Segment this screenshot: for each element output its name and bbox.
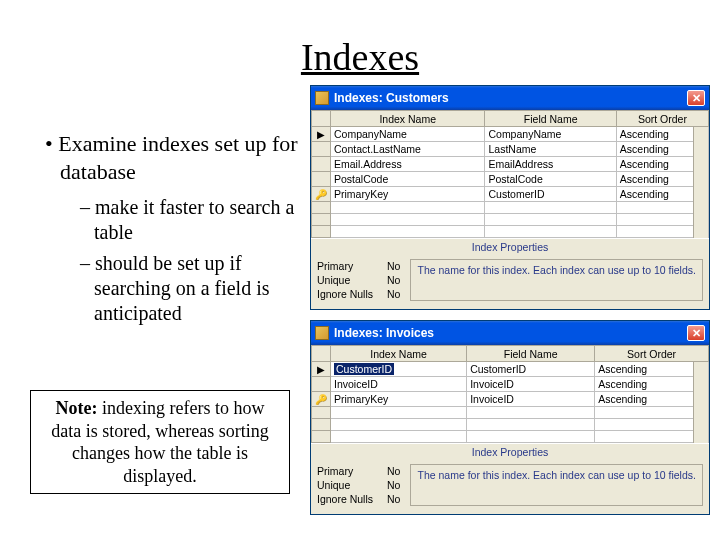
bullet-main: Examine indexes set up for database: [60, 130, 310, 185]
cell-field-name[interactable]: LastName: [485, 142, 616, 157]
vertical-scrollbar[interactable]: [693, 127, 708, 238]
table-row[interactable]: [312, 202, 709, 214]
table-row[interactable]: 🔑PrimaryKeyInvoiceIDAscending: [312, 392, 709, 407]
table-row[interactable]: [312, 226, 709, 238]
help-text: The name for this index. Each index can …: [410, 259, 703, 301]
prop-value[interactable]: No: [387, 274, 400, 286]
cell-index-name[interactable]: PostalCode: [331, 172, 485, 187]
close-icon: ✕: [692, 328, 701, 339]
property-row[interactable]: UniqueNo: [317, 273, 400, 287]
table-row[interactable]: Contact.LastNameLastNameAscending: [312, 142, 709, 157]
close-button[interactable]: ✕: [687, 90, 705, 106]
indexes-invoices-dialog: Indexes: Invoices ✕ Index Name Field Nam…: [310, 320, 710, 515]
row-marker: [312, 142, 331, 157]
prop-value[interactable]: No: [387, 288, 400, 300]
index-grid[interactable]: Index Name Field Name Sort Order ▶Custom…: [311, 345, 709, 443]
row-marker: [312, 157, 331, 172]
col-sort-order[interactable]: Sort Order: [595, 346, 709, 362]
prop-label: Primary: [317, 259, 387, 273]
table-row[interactable]: [312, 407, 709, 419]
col-index-name[interactable]: Index Name: [331, 111, 485, 127]
bullet-sub-2: should be set up if searching on a field…: [80, 251, 310, 326]
row-marker: [312, 172, 331, 187]
titlebar[interactable]: Indexes: Invoices ✕: [311, 321, 709, 345]
cell-field-name[interactable]: CustomerID: [467, 362, 595, 377]
table-row[interactable]: [312, 419, 709, 431]
index-grid[interactable]: Index Name Field Name Sort Order ▶Compan…: [311, 110, 709, 238]
table-row[interactable]: PostalCodePostalCodeAscending: [312, 172, 709, 187]
close-button[interactable]: ✕: [687, 325, 705, 341]
row-marker: [312, 377, 331, 392]
table-row[interactable]: [312, 214, 709, 226]
app-icon: [315, 91, 329, 105]
cell-sort-order[interactable]: Ascending: [595, 362, 709, 377]
bullet-sub-1: make it faster to search a table: [80, 195, 310, 245]
index-properties-label: Index Properties: [311, 238, 709, 255]
row-marker: ▶: [312, 362, 331, 377]
cell-index-name[interactable]: Contact.LastName: [331, 142, 485, 157]
col-field-name[interactable]: Field Name: [467, 346, 595, 362]
index-properties-label: Index Properties: [311, 443, 709, 460]
prop-label: Unique: [317, 273, 387, 287]
prop-value[interactable]: No: [387, 479, 400, 491]
row-marker: ▶: [312, 127, 331, 142]
help-text: The name for this index. Each index can …: [410, 464, 703, 506]
col-field-name[interactable]: Field Name: [485, 111, 616, 127]
table-row[interactable]: ▶CustomerIDCustomerIDAscending: [312, 362, 709, 377]
cell-index-name[interactable]: Email.Address: [331, 157, 485, 172]
cell-index-name[interactable]: InvoiceID: [331, 377, 467, 392]
index-properties-panel: PrimaryNo UniqueNo Ignore NullsNo The na…: [311, 255, 709, 305]
prop-label: Ignore Nulls: [317, 492, 387, 506]
cell-index-name[interactable]: PrimaryKey: [331, 187, 485, 202]
close-icon: ✕: [692, 93, 701, 104]
cell-field-name[interactable]: PostalCode: [485, 172, 616, 187]
prop-value[interactable]: No: [387, 493, 400, 505]
index-properties-panel: PrimaryNo UniqueNo Ignore NullsNo The na…: [311, 460, 709, 510]
note-label: Note:: [56, 398, 98, 418]
cell-sort-order[interactable]: Ascending: [595, 377, 709, 392]
property-row[interactable]: Ignore NullsNo: [317, 287, 400, 301]
content-body: Examine indexes set up for database make…: [30, 130, 310, 332]
cell-field-name[interactable]: CustomerID: [485, 187, 616, 202]
cell-index-name[interactable]: PrimaryKey: [331, 392, 467, 407]
indexes-customers-dialog: Indexes: Customers ✕ Index Name Field Na…: [310, 85, 710, 310]
app-icon: [315, 326, 329, 340]
table-row[interactable]: 🔑PrimaryKeyCustomerIDAscending: [312, 187, 709, 202]
col-index-name[interactable]: Index Name: [331, 346, 467, 362]
property-row[interactable]: Ignore NullsNo: [317, 492, 400, 506]
col-sort-order[interactable]: Sort Order: [616, 111, 708, 127]
cell-field-name[interactable]: InvoiceID: [467, 377, 595, 392]
property-row[interactable]: UniqueNo: [317, 478, 400, 492]
prop-label: Primary: [317, 464, 387, 478]
page-title: Indexes: [0, 35, 720, 79]
cell-sort-order[interactable]: Ascending: [595, 392, 709, 407]
prop-value[interactable]: No: [387, 260, 400, 272]
table-row[interactable]: InvoiceIDInvoiceIDAscending: [312, 377, 709, 392]
dialog-title: Indexes: Customers: [334, 91, 449, 105]
table-row[interactable]: ▶CompanyNameCompanyNameAscending: [312, 127, 709, 142]
note-box: Note: indexing refers to how data is sto…: [30, 390, 290, 494]
key-icon: 🔑: [312, 187, 331, 202]
prop-label: Unique: [317, 478, 387, 492]
cell-field-name[interactable]: EmailAddress: [485, 157, 616, 172]
cell-index-name[interactable]: CustomerID: [331, 362, 467, 377]
prop-label: Ignore Nulls: [317, 287, 387, 301]
cell-field-name[interactable]: CompanyName: [485, 127, 616, 142]
table-row[interactable]: Email.AddressEmailAddressAscending: [312, 157, 709, 172]
vertical-scrollbar[interactable]: [693, 362, 708, 443]
titlebar[interactable]: Indexes: Customers ✕: [311, 86, 709, 110]
table-row[interactable]: [312, 431, 709, 443]
key-icon: 🔑: [312, 392, 331, 407]
cell-field-name[interactable]: InvoiceID: [467, 392, 595, 407]
cell-index-name[interactable]: CompanyName: [331, 127, 485, 142]
property-row[interactable]: PrimaryNo: [317, 464, 400, 478]
prop-value[interactable]: No: [387, 465, 400, 477]
dialog-title: Indexes: Invoices: [334, 326, 434, 340]
property-row[interactable]: PrimaryNo: [317, 259, 400, 273]
